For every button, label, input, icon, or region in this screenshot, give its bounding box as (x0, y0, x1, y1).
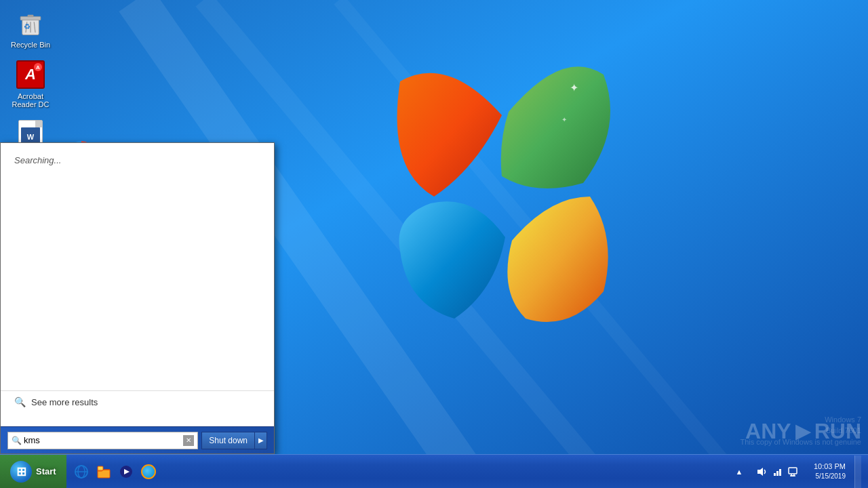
shutdown-arrow-button[interactable]: ▶ (255, 432, 267, 449)
system-clock[interactable]: 10:03 PM 5/15/2019 (808, 462, 851, 481)
clock-time: 10:03 PM (814, 462, 846, 472)
svg-rect-8 (28, 15, 34, 18)
anyrun-sub-watermark: Windows 7 Build 7601 This copy of Window… (740, 414, 861, 448)
taskbar-ie-icon[interactable] (72, 462, 91, 481)
acrobat-reader-icon[interactable]: A A Acrobat Reader DC (3, 55, 58, 112)
start-menu-content: Searching... (1, 143, 274, 426)
taskbar-right-area: ▲ (732, 455, 868, 488)
search-clear-button[interactable]: ✕ (183, 435, 194, 446)
taskbar: ⊞ Start (0, 454, 868, 488)
recycle-bin-label: Recycle Bin (11, 41, 50, 49)
taskbar-firefox-icon[interactable] (139, 462, 158, 481)
start-label: Start (36, 466, 56, 476)
tray-action-icon[interactable] (786, 465, 800, 479)
genuine-label: This copy of Windows is not genuine (740, 436, 861, 448)
see-more-results-button[interactable]: 🔍 See more results (1, 390, 274, 413)
tray-expand-icon[interactable]: ▲ (732, 465, 746, 479)
start-win-icon: ⊞ (16, 464, 26, 479)
tray-network-icon[interactable] (770, 465, 784, 479)
start-button[interactable]: ⊞ Start (0, 455, 66, 489)
taskbar-media-icon[interactable] (117, 462, 136, 481)
svg-marker-20 (757, 468, 763, 476)
svg-rect-17 (98, 466, 103, 470)
svg-rect-22 (776, 471, 778, 476)
see-more-search-icon: 🔍 (14, 396, 26, 407)
shutdown-label: Shut down (209, 436, 248, 445)
acrobat-label: Acrobat Reader DC (7, 92, 54, 108)
svg-rect-23 (779, 469, 781, 476)
svg-text:✦: ✦ (570, 82, 578, 94)
search-input[interactable] (24, 435, 183, 445)
build-label: Build 7601 (740, 425, 861, 436)
shutdown-button[interactable]: Shut down (201, 432, 255, 449)
see-more-results-label: See more results (31, 397, 98, 407)
svg-text:♻: ♻ (24, 22, 31, 30)
search-bar-icon: 🔍 (12, 436, 22, 445)
clock-date: 5/15/2019 (814, 472, 846, 481)
start-menu-bottom-bar: 🔍 ✕ Shut down ▶ (1, 426, 274, 453)
svg-text:✦: ✦ (561, 116, 567, 123)
search-input-bar: 🔍 ✕ (7, 432, 198, 449)
svg-rect-21 (774, 473, 776, 476)
taskbar-quick-launch (66, 462, 163, 481)
system-tray (749, 465, 805, 479)
windows-logo: ✦ ✦ (393, 61, 610, 348)
recycle-bin-icon[interactable]: ♻ Recycle Bin (3, 3, 58, 52)
win7-label: Windows 7 (740, 414, 861, 426)
show-desktop-button[interactable] (854, 455, 861, 488)
desktop: ✦ ✦ ♻ (0, 0, 868, 488)
start-menu: Searching... 🔍 See more results 🔍 ✕ Shut… (0, 142, 275, 454)
searching-text: Searching... (1, 150, 274, 171)
tray-volume-icon[interactable] (755, 465, 768, 479)
start-orb: ⊞ (10, 461, 32, 483)
svg-rect-24 (789, 468, 797, 474)
taskbar-explorer-icon[interactable] (94, 462, 113, 481)
